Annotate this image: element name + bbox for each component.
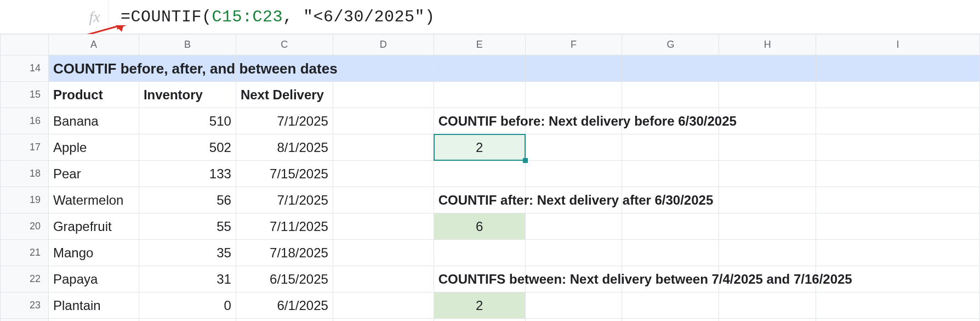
cell-I16[interactable] [816, 108, 980, 134]
cell-B19[interactable]: 56 [139, 187, 236, 213]
cell-I14[interactable] [816, 55, 980, 82]
cell-E17[interactable]: 2 [434, 134, 525, 161]
cell-D21[interactable] [333, 240, 434, 266]
row-header-21[interactable]: 21 [1, 240, 49, 266]
cell-G24[interactable] [622, 319, 719, 322]
spreadsheet-grid[interactable]: A B C D E F G H I 14 COUNTIF before, aft… [0, 34, 980, 321]
cell-D16[interactable] [333, 108, 434, 134]
cell-A17[interactable]: Apple [48, 134, 139, 161]
row-header-16[interactable]: 16 [1, 108, 49, 134]
row-header-14[interactable]: 14 [1, 55, 49, 82]
cell-D14[interactable] [333, 55, 434, 82]
cell-H23[interactable] [719, 292, 816, 319]
col-header-E[interactable]: E [434, 35, 525, 55]
row-header-17[interactable]: 17 [1, 134, 49, 161]
row-header-24[interactable]: 24 [1, 319, 49, 322]
cell-C23[interactable]: 6/1/2025 [236, 292, 333, 319]
cell-E19[interactable]: COUNTIF after: Next delivery after 6/30/… [434, 187, 525, 213]
cell-B16[interactable]: 510 [139, 108, 236, 134]
cell-C17[interactable]: 8/1/2025 [236, 134, 333, 161]
cell-A16[interactable]: Banana [48, 108, 139, 134]
cell-E18[interactable] [434, 161, 525, 187]
cell-A20[interactable]: Grapefruit [48, 213, 139, 240]
cell-B18[interactable]: 133 [139, 161, 236, 187]
cell-F15[interactable] [525, 82, 622, 108]
cell-D19[interactable] [333, 187, 434, 213]
cell-B15[interactable]: Inventory [139, 82, 236, 108]
cell-C22[interactable]: 6/15/2025 [236, 266, 333, 292]
row-header-19[interactable]: 19 [1, 187, 49, 213]
col-header-G[interactable]: G [622, 35, 719, 55]
cell-E21[interactable] [434, 240, 525, 266]
cell-F20[interactable] [525, 213, 622, 240]
cell-I20[interactable] [816, 213, 980, 240]
cell-G18[interactable] [622, 161, 719, 187]
cell-A19[interactable]: Watermelon [48, 187, 139, 213]
col-header-B[interactable]: B [139, 35, 236, 55]
cell-E14[interactable] [434, 55, 525, 82]
cell-D22[interactable] [333, 266, 434, 292]
cell-C21[interactable]: 7/18/2025 [236, 240, 333, 266]
cell-H21[interactable] [719, 240, 816, 266]
cell-D17[interactable] [333, 134, 434, 161]
cell-H19[interactable] [719, 187, 816, 213]
cell-B23[interactable]: 0 [139, 292, 236, 319]
formula-input[interactable]: =COUNTIF(C15:C23, "<6/30/2025") [109, 8, 435, 26]
cell-G17[interactable] [622, 134, 719, 161]
cell-C20[interactable]: 7/11/2025 [236, 213, 333, 240]
cell-A21[interactable]: Mango [48, 240, 139, 266]
cell-A15[interactable]: Product [48, 82, 139, 108]
col-header-H[interactable]: H [719, 35, 816, 55]
cell-H18[interactable] [719, 161, 816, 187]
cell-F17[interactable] [525, 134, 622, 161]
cell-I18[interactable] [816, 161, 980, 187]
col-header-C[interactable]: C [236, 35, 333, 55]
cell-A18[interactable]: Pear [48, 161, 139, 187]
cell-C24[interactable] [236, 319, 333, 322]
cell-I17[interactable] [816, 134, 980, 161]
cell-H20[interactable] [719, 213, 816, 240]
cell-I15[interactable] [816, 82, 980, 108]
row-header-15[interactable]: 15 [1, 82, 49, 108]
cell-E23[interactable]: 2 [434, 292, 525, 319]
cell-E16[interactable]: COUNTIF before: Next delivery before 6/3… [434, 108, 525, 134]
cell-D24[interactable] [333, 319, 434, 322]
cell-I19[interactable] [816, 187, 980, 213]
row-header-20[interactable]: 20 [1, 213, 49, 240]
cell-G21[interactable] [622, 240, 719, 266]
cell-A22[interactable]: Papaya [48, 266, 139, 292]
cell-D15[interactable] [333, 82, 434, 108]
cell-C16[interactable]: 7/1/2025 [236, 108, 333, 134]
row-header-22[interactable]: 22 [1, 266, 49, 292]
cell-D18[interactable] [333, 161, 434, 187]
cell-B24[interactable] [139, 319, 236, 322]
cell-G14[interactable] [622, 55, 719, 82]
cell-C15[interactable]: Next Delivery [236, 82, 333, 108]
row-header-18[interactable]: 18 [1, 161, 49, 187]
cell-B21[interactable]: 35 [139, 240, 236, 266]
cell-D20[interactable] [333, 213, 434, 240]
cell-G15[interactable] [622, 82, 719, 108]
cell-H14[interactable] [719, 55, 816, 82]
cell-F14[interactable] [525, 55, 622, 82]
cell-C18[interactable]: 7/15/2025 [236, 161, 333, 187]
cell-G20[interactable] [622, 213, 719, 240]
fill-handle[interactable] [523, 158, 528, 163]
cell-D23[interactable] [333, 292, 434, 319]
cell-H24[interactable] [719, 319, 816, 322]
row-header-23[interactable]: 23 [1, 292, 49, 319]
select-all-corner[interactable] [1, 35, 49, 55]
cell-A23[interactable]: Plantain [48, 292, 139, 319]
cell-F24[interactable] [525, 319, 622, 322]
cell-H17[interactable] [719, 134, 816, 161]
cell-F21[interactable] [525, 240, 622, 266]
cell-B17[interactable]: 502 [139, 134, 236, 161]
col-header-A[interactable]: A [48, 35, 139, 55]
cell-A14[interactable]: COUNTIF before, after, and between dates [48, 55, 139, 82]
cell-I21[interactable] [816, 240, 980, 266]
col-header-I[interactable]: I [816, 35, 980, 55]
cell-E24[interactable] [434, 319, 525, 322]
cell-E20[interactable]: 6 [434, 213, 525, 240]
cell-C19[interactable]: 7/1/2025 [236, 187, 333, 213]
cell-F23[interactable] [525, 292, 622, 319]
